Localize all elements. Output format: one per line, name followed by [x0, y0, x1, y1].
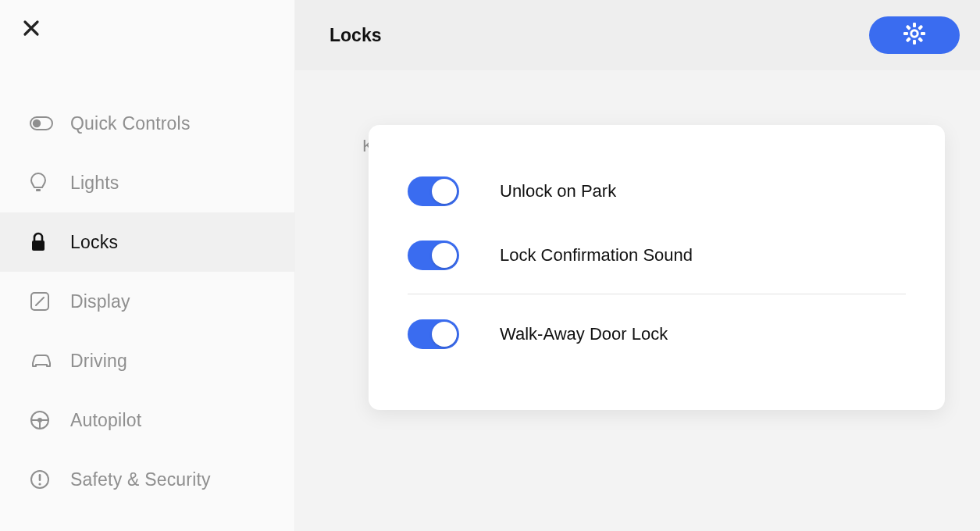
gear-icon [903, 22, 926, 48]
sidebar-item-lights[interactable]: Lights [0, 153, 294, 212]
svg-rect-11 [913, 23, 916, 27]
sidebar-item-label: Lights [70, 173, 119, 194]
sidebar-item-label: Safety & Security [70, 469, 211, 490]
sidebar-item-display[interactable]: Display [0, 272, 294, 331]
lock-icon [30, 231, 56, 253]
content-area: K Unlock on Park Lock Confirmation Sound [295, 70, 980, 531]
svg-point-1 [33, 119, 41, 127]
locks-settings-card: Unlock on Park Lock Confirmation Sound W… [369, 125, 945, 410]
pill-icon [30, 112, 56, 134]
sidebar-item-label: Autopilot [70, 410, 141, 431]
sidebar-item-autopilot[interactable]: Autopilot [0, 390, 294, 450]
sidebar-item-safety-security[interactable]: Safety & Security [0, 450, 294, 509]
toggle-unlock-on-park[interactable] [408, 176, 459, 206]
setting-row-unlock-on-park: Unlock on Park [408, 159, 906, 223]
sidebar-item-driving[interactable]: Driving [0, 331, 294, 390]
sidebar: Quick Controls Lights Locks Display Driv [0, 0, 295, 531]
sidebar-item-label: Display [70, 291, 130, 312]
alert-circle-icon [30, 469, 56, 490]
svg-rect-15 [918, 25, 923, 30]
main-panel: Locks K [295, 0, 980, 531]
svg-rect-12 [913, 40, 916, 45]
setting-row-lock-confirmation-sound: Lock Confirmation Sound [408, 223, 906, 287]
bulb-icon [30, 172, 56, 194]
sidebar-item-locks[interactable]: Locks [0, 212, 294, 272]
svg-rect-8 [39, 474, 41, 481]
header: Locks [295, 0, 980, 70]
svg-rect-13 [903, 32, 908, 35]
toggle-knob [432, 322, 457, 347]
close-icon [23, 20, 40, 40]
car-icon [30, 350, 56, 372]
svg-rect-18 [918, 37, 923, 42]
sidebar-item-label: Locks [70, 232, 118, 253]
setting-label: Lock Confirmation Sound [500, 245, 693, 266]
close-button[interactable] [20, 19, 42, 41]
svg-rect-2 [36, 189, 41, 191]
settings-button[interactable] [869, 16, 960, 54]
sidebar-items: Quick Controls Lights Locks Display Driv [0, 0, 294, 509]
setting-row-walk-away-door-lock: Walk-Away Door Lock [408, 302, 906, 366]
svg-rect-17 [906, 25, 911, 30]
svg-rect-3 [32, 241, 45, 251]
svg-point-10 [911, 30, 918, 37]
sidebar-item-label: Driving [70, 351, 127, 372]
svg-rect-14 [921, 32, 925, 35]
svg-rect-16 [906, 37, 911, 42]
toggle-lock-confirmation-sound[interactable] [408, 241, 459, 270]
sidebar-item-quick-controls[interactable]: Quick Controls [0, 94, 294, 153]
toggle-walk-away-door-lock[interactable] [408, 319, 459, 349]
setting-label: Walk-Away Door Lock [500, 324, 668, 344]
sidebar-item-label: Quick Controls [70, 113, 191, 134]
display-icon [30, 290, 56, 312]
toggle-knob [432, 243, 457, 268]
svg-point-9 [38, 483, 41, 485]
steering-wheel-icon [30, 409, 56, 431]
page-title: Locks [330, 25, 381, 46]
toggle-knob [432, 179, 457, 204]
divider [408, 294, 906, 294]
setting-label: Unlock on Park [500, 181, 616, 201]
